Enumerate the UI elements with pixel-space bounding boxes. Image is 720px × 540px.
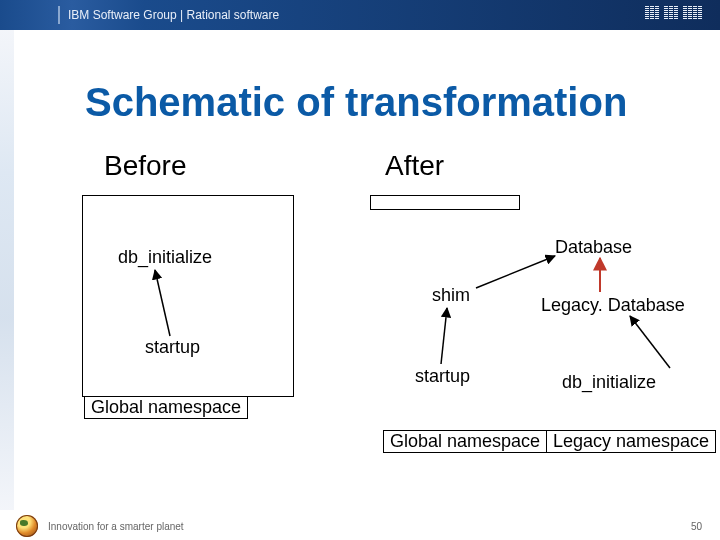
header-label: IBM Software Group | Rational software [68,8,279,22]
footer-tagline: Innovation for a smarter planet [48,521,184,532]
after-outline-box [370,195,520,210]
slide-title: Schematic of transformation [85,80,627,125]
globe-icon [16,515,38,537]
before-heading: Before [104,150,187,182]
ibm-logo [645,6,702,20]
before-outline-box [82,195,294,397]
before-db-initialize: db_initialize [118,247,212,268]
after-legacy-database: Legacy. Database [541,295,685,316]
after-database: Database [555,237,632,258]
footer: Innovation for a smarter planet 50 [0,512,720,540]
before-startup: startup [145,337,200,358]
after-shim: shim [432,285,470,306]
left-accent-pipe [0,30,14,510]
after-heading: After [385,150,444,182]
before-global-ns: Global namespace [84,396,248,419]
after-global-ns: Global namespace [383,430,547,453]
svg-line-2 [476,256,555,288]
header-divider [58,6,60,24]
after-legacy-ns: Legacy namespace [546,430,716,453]
after-db-initialize: db_initialize [562,372,656,393]
header-bar: IBM Software Group | Rational software [0,0,720,30]
svg-line-3 [630,316,670,368]
after-startup: startup [415,366,470,387]
page-number: 50 [691,521,702,532]
svg-line-1 [441,308,447,364]
